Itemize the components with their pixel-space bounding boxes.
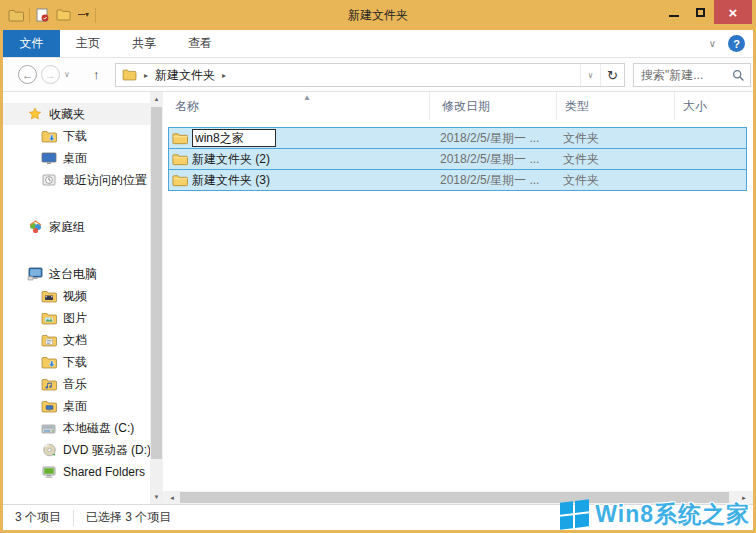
sidebar-item-music[interactable]: 音乐 [3,373,150,395]
tab-file[interactable]: 文件 [3,30,60,57]
sidebar-item-label: 桌面 [63,398,87,415]
sidebar-item-label: 这台电脑 [49,266,97,283]
sort-ascending-icon: ▲ [303,93,311,102]
breadcrumb-separator-icon[interactable]: ▸ [215,71,233,80]
tab-share[interactable]: 共享 [116,30,172,57]
sidebar-item-shared-folders[interactable]: Shared Folders [3,461,150,483]
star-icon [27,106,43,122]
column-header-type[interactable]: 类型 [557,92,675,120]
close-icon: × [729,4,738,21]
sidebar-item-downloads[interactable]: 下载 [3,125,150,147]
sidebar-item-downloads-pc[interactable]: 下载 [3,351,150,373]
file-name-cell: 新建文件夹 (3) [169,172,429,189]
pictures-folder-icon [41,310,57,326]
recent-pages-dropdown-icon[interactable]: ∨ [64,70,70,79]
file-name-cell: 新建文件夹 (2) [169,151,429,168]
file-date-cell: 2018/2/5/星期一 ... [429,130,556,147]
qat-customize-dropdown-icon[interactable]: ▾ [77,5,90,25]
forward-button[interactable]: → [41,65,60,84]
column-header-label: 大小 [683,98,707,115]
watermark: Win8系统之家 [560,499,750,530]
sidebar-item-label: 音乐 [63,376,87,393]
sidebar-item-label: 收藏夹 [49,106,85,123]
this-pc-icon [27,266,43,282]
file-row[interactable]: 新建文件夹 (2) 2018/2/5/星期一 ... 文件夹 [168,148,747,170]
close-button[interactable]: × [714,0,752,24]
maximize-button[interactable] [687,0,714,24]
sidebar-item-videos[interactable]: 视频 [3,285,150,307]
minimize-button[interactable] [660,0,687,24]
watermark-text: Win8系统之家 [595,499,750,530]
sidebar-item-pictures[interactable]: 图片 [3,307,150,329]
file-type-cell: 文件夹 [556,151,674,168]
sidebar-item-desktop-pc[interactable]: 桌面 [3,395,150,417]
address-folder-icon [121,67,137,83]
tab-view[interactable]: 查看 [172,30,228,57]
sidebar-item-local-disk-c[interactable]: 本地磁盘 (C:) [3,417,150,439]
file-list: 名称 ▲ 修改日期 类型 大小 [163,92,753,504]
shared-folders-icon [41,464,57,480]
sidebar-item-homegroup[interactable]: 家庭组 [3,216,150,238]
file-row[interactable]: 新建文件夹 (3) 2018/2/5/星期一 ... 文件夹 [168,169,747,191]
search-icon[interactable] [730,67,746,83]
explorer-folder-icon [8,7,24,23]
column-header-date[interactable]: 修改日期 [430,92,557,120]
scroll-down-icon[interactable]: ▼ [150,490,163,504]
sidebar-item-label: Shared Folders [63,465,145,479]
help-button[interactable]: ? [728,35,745,52]
breadcrumb-item[interactable]: 新建文件夹 [155,67,215,84]
sidebar-item-label: 最近访问的位置 [63,172,147,189]
rename-input[interactable] [192,129,276,147]
address-bar[interactable]: ▸ 新建文件夹 ▸ ∨ ↻ [115,63,625,87]
ribbon-collapse-icon[interactable]: ∨ [709,38,716,49]
sidebar-item-recent-places[interactable]: 最近访问的位置 [3,169,150,191]
scroll-left-icon[interactable]: ◄ [165,491,179,504]
sidebar-item-dvd-drive-d[interactable]: DVD 驱动器 (D:) [3,439,150,461]
sidebar-item-desktop[interactable]: 桌面 [3,147,150,169]
search-box [633,63,751,87]
sidebar-item-label: 下载 [63,354,87,371]
maximize-icon [696,8,705,17]
recent-places-icon [41,172,57,188]
folder-icon [172,130,188,146]
sidebar-item-label: DVD 驱动器 (D:) [63,442,150,459]
folder-icon [172,172,188,188]
videos-folder-icon [41,288,57,304]
breadcrumb-separator-icon: ▸ [137,71,155,80]
qat-properties-button[interactable] [35,5,50,25]
file-type-cell: 文件夹 [556,172,674,189]
scroll-up-icon[interactable]: ▲ [150,92,163,106]
back-button[interactable]: ← [18,65,37,84]
sidebar-item-this-pc[interactable]: 这台电脑 [3,263,150,285]
sidebar-item-label: 家庭组 [49,219,85,236]
qat-separator [29,8,30,23]
sidebar-scrollbar-thumb[interactable] [151,107,162,459]
dvd-drive-icon [41,442,57,458]
ribbon-right-controls: ∨ ? [709,30,745,57]
sidebar-item-documents[interactable]: 文档 [3,329,150,351]
column-headers: 名称 ▲ 修改日期 类型 大小 [163,92,753,120]
title-bar: ▾ 新建文件夹 × [0,0,756,30]
sidebar-scrollbar[interactable]: ▲ ▼ [150,92,163,504]
windows-logo-icon [560,499,589,530]
tab-home[interactable]: 主页 [60,30,116,57]
navigation-pane: 收藏夹 下载 桌面 最 [3,92,150,504]
sidebar-item-label: 图片 [63,310,87,327]
ribbon-tab-bar: 文件 主页 共享 查看 ∨ ? [3,30,753,58]
file-name-label: 新建文件夹 (3) [192,172,270,189]
address-dropdown-icon[interactable]: ∨ [580,64,600,86]
file-name-cell [169,129,429,147]
qat-new-folder-button[interactable] [55,5,72,25]
sidebar-item-favorites[interactable]: 收藏夹 [3,103,150,125]
column-header-name[interactable]: 名称 ▲ [163,92,430,120]
column-header-size[interactable]: 大小 [675,92,753,120]
refresh-icon[interactable]: ↻ [600,64,624,86]
up-button[interactable]: ↑ [93,67,100,82]
local-disk-icon [41,420,57,436]
search-input[interactable] [641,68,730,82]
quick-access-toolbar: ▾ [8,0,96,30]
explorer-window: ▾ 新建文件夹 × 文件 主页 共享 查看 ∨ ? ← → ∨ [0,0,756,533]
download-folder-icon [41,354,57,370]
file-row-renaming[interactable]: 2018/2/5/星期一 ... 文件夹 [168,127,747,149]
qat-separator [95,8,96,23]
